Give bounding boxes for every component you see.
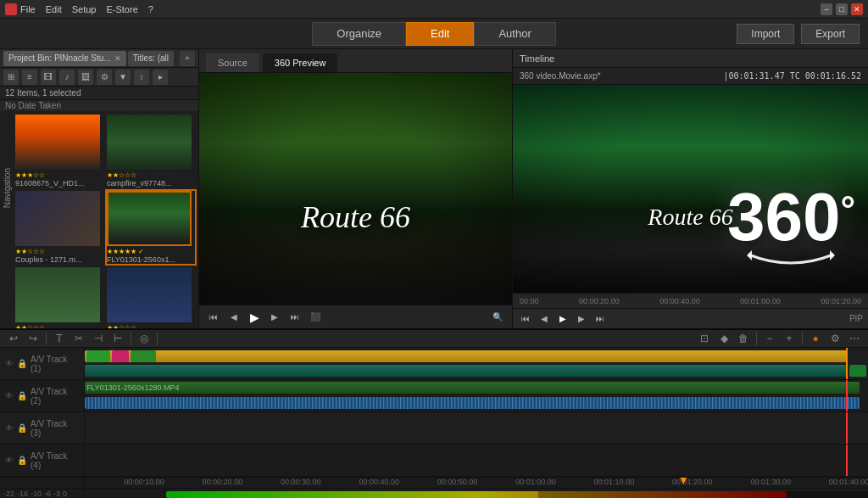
image-icon[interactable]: 🖼 <box>78 70 93 85</box>
media-stars-2: ★★☆☆☆ <box>15 248 103 255</box>
track1-teal-clip[interactable] <box>85 365 847 377</box>
track2-audio-clip[interactable] <box>85 397 860 409</box>
grid-view-icon[interactable]: ⊞ <box>3 70 19 85</box>
export-button[interactable]: Export <box>801 24 860 44</box>
tab-author[interactable]: Author <box>474 22 555 46</box>
media-item-2[interactable]: ★★☆☆☆ Couples - 1271.m... <box>15 191 103 264</box>
track-1: 👁 🔒 A/V Track (1) <box>0 348 868 380</box>
track4-visibility-icon[interactable]: 👁 <box>5 456 14 465</box>
ruler-offset <box>0 478 85 488</box>
timeline-preview: Route 66 360 ° <box>513 85 868 293</box>
track1-end-clip[interactable] <box>849 365 866 377</box>
track3-visibility-icon[interactable]: 👁 <box>5 423 14 433</box>
menu-file[interactable]: File <box>20 4 36 14</box>
filter-icon[interactable]: ▼ <box>115 70 131 85</box>
effects-icon[interactable]: ◎ <box>136 330 153 347</box>
playhead-track1 <box>846 348 848 379</box>
film-icon[interactable]: 🎞 <box>41 70 56 85</box>
track1-lock-icon[interactable]: 🔒 <box>17 359 27 368</box>
minimize-button[interactable]: − <box>821 3 832 15</box>
media-item-0[interactable]: ★★★☆☆ 91608675_V_HD1... <box>15 115 103 187</box>
play-button[interactable]: ▶ <box>247 310 262 325</box>
track1-pink-seg[interactable] <box>112 350 129 362</box>
ruler-mark-3: 00:00:30.00 <box>281 478 321 486</box>
tl-rewind-button[interactable]: ⏮ <box>518 311 533 327</box>
audio-waveform <box>85 397 860 409</box>
track-1-label: 👁 🔒 A/V Track (1) <box>0 348 85 379</box>
track2-clip-label: FLY01301-2560x1280.MP4 <box>86 383 179 392</box>
razor-tool-icon[interactable]: ⊢ <box>109 330 126 347</box>
import-button[interactable]: Import <box>737 24 794 44</box>
fast-forward-button[interactable]: ⏭ <box>287 310 303 325</box>
movie-filename: 360 video.Movie.axp* <box>520 71 601 81</box>
redo-icon[interactable]: ↪ <box>25 330 42 347</box>
cut-tool-icon[interactable]: ✂ <box>70 330 87 347</box>
timeline-ruler-right: 00:00 00:00:20.00 00:00:40.00 00:01:00.0… <box>513 293 868 308</box>
tl-next-button[interactable]: ▶ <box>574 311 589 327</box>
media-stars-3: ★★★★★ ✓ <box>107 248 195 255</box>
track1-visibility-icon[interactable]: 👁 <box>5 359 14 368</box>
tl-play-button[interactable]: ▶ <box>555 311 570 327</box>
menu-edit[interactable]: Edit <box>46 4 62 14</box>
timeline-toolbar: ↩ ↪ T ✂ ⊣ ⊢ ◎ ⊡ ◆ 🗑 − + ● ⚙ ⋯ <box>0 330 868 348</box>
add-tab-button[interactable]: + <box>180 51 195 66</box>
preview-controls: ⏮ ◀ ▶ ▶ ⏭ ⬛ 🔍 <box>199 305 512 328</box>
marker-icon[interactable]: ◆ <box>715 330 732 347</box>
undo-icon[interactable]: ↩ <box>5 330 22 347</box>
track2-visibility-icon[interactable]: 👁 <box>5 391 14 400</box>
project-bin-tab[interactable]: Project Bin: PINnacle Stu... ✕ <box>3 51 126 66</box>
route66-overlay: Route 66 <box>301 199 410 235</box>
render-icon[interactable]: ● <box>807 330 824 347</box>
next-frame-button[interactable]: ▶ <box>267 310 282 325</box>
zoom-button[interactable]: 🔍 <box>490 310 505 325</box>
prev-frame-button[interactable]: ◀ <box>226 310 242 325</box>
ruler-mark-1: 00:00:10.00 <box>124 478 164 486</box>
track4-lock-icon[interactable]: 🔒 <box>17 456 27 465</box>
track1-green-seg[interactable] <box>86 350 110 362</box>
track-2-content: FLY01301-2560x1280.MP4 <box>85 380 868 411</box>
rewind-button[interactable]: ⏮ <box>206 310 221 325</box>
ruler-mark-6: 00:01:00.00 <box>515 478 556 486</box>
sort-icon[interactable]: ↕ <box>134 70 149 85</box>
track-4: 👁 🔒 A/V Track (4) <box>0 445 868 477</box>
track-1-content <box>85 348 868 379</box>
media-thumb-3 <box>107 191 192 246</box>
media-item-3[interactable]: ★★★★★ ✓ FLY01301-2560x1... <box>107 191 195 264</box>
settings-tl-icon[interactable]: ⚙ <box>826 330 843 347</box>
zoom-in-icon[interactable]: + <box>781 330 798 347</box>
track-2: 👁 🔒 A/V Track (2) FLY01301-2560x1280.MP4 <box>0 380 868 412</box>
track2-video-clip[interactable]: FLY01301-2560x1280.MP4 <box>85 382 860 394</box>
track1-gold-clip[interactable] <box>85 350 847 362</box>
zoom-out-icon[interactable]: − <box>761 330 778 347</box>
tl-ffwd-button[interactable]: ⏭ <box>593 311 608 327</box>
list-view-icon[interactable]: ≡ <box>22 70 37 85</box>
menu-help[interactable]: ? <box>148 4 153 14</box>
snap-icon[interactable]: ⊡ <box>696 330 713 347</box>
menu-estore[interactable]: E-Store <box>106 4 137 14</box>
text-tool-icon[interactable]: T <box>51 330 68 347</box>
media-thumb-1 <box>107 115 192 170</box>
stop-button[interactable]: ⬛ <box>308 310 323 325</box>
more-icon[interactable]: ▸ <box>153 70 168 85</box>
maximize-button[interactable]: □ <box>836 3 848 15</box>
media-item-4[interactable]: ★★☆☆☆ kidsrunning_v388... <box>15 267 103 328</box>
track2-lock-icon[interactable]: 🔒 <box>17 391 27 400</box>
source-tab[interactable]: Source <box>206 53 259 72</box>
tl-prev-button[interactable]: ◀ <box>537 311 552 327</box>
360-preview-tab[interactable]: 360 Preview <box>263 53 338 72</box>
settings-icon[interactable]: ⚙ <box>97 70 112 85</box>
menu-setup[interactable]: Setup <box>72 4 97 14</box>
more-tl-icon[interactable]: ⋯ <box>846 330 863 347</box>
tab-edit[interactable]: Edit <box>406 22 474 46</box>
track3-lock-icon[interactable]: 🔒 <box>17 423 27 433</box>
media-item-1[interactable]: ★★☆☆☆ campfire_v97748... <box>107 115 195 187</box>
trim-tool-icon[interactable]: ⊣ <box>90 330 107 347</box>
media-item-5[interactable]: ★★☆☆☆ parasailing_v5428... <box>107 267 195 328</box>
close-project-tab[interactable]: ✕ <box>114 54 121 63</box>
track1-green2-seg[interactable] <box>131 350 156 362</box>
close-button[interactable]: ✕ <box>851 3 863 15</box>
music-icon[interactable]: ♪ <box>59 70 75 85</box>
tab-organize[interactable]: Organize <box>312 22 406 46</box>
titles-tab[interactable]: Titles: (all <box>128 51 174 66</box>
delete-icon[interactable]: 🗑 <box>735 330 752 347</box>
